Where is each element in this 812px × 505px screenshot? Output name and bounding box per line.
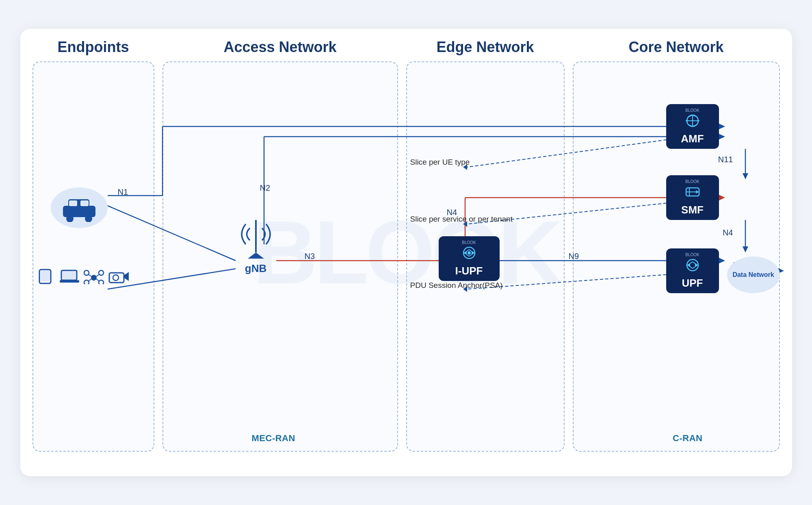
svg-line-46 (96, 279, 99, 281)
annotation-slice-ue: Slice per UE type (410, 157, 470, 168)
svg-rect-37 (60, 280, 79, 283)
svg-point-39 (84, 270, 89, 275)
panel-access (162, 61, 398, 452)
svg-line-44 (96, 274, 99, 276)
svg-point-42 (99, 280, 104, 284)
c-ran-label: C-RAN (673, 433, 702, 444)
svg-rect-47 (109, 273, 124, 283)
iupf-label: I-UPF (455, 265, 483, 277)
iupf-icon (460, 246, 478, 263)
svg-marker-48 (124, 272, 129, 281)
iupf-box: BLOOK I-UPF (439, 236, 500, 281)
n2-label: N2 (260, 183, 271, 193)
section-access-header: Access Network (162, 29, 398, 56)
svg-line-43 (89, 274, 91, 276)
data-network-label: Data Network (732, 271, 774, 279)
gnb-node: gNB (236, 216, 276, 275)
iot-devices (39, 269, 129, 284)
svg-rect-34 (41, 271, 50, 281)
iupf-brand: BLOOK (462, 240, 476, 245)
data-network: Data Network (727, 257, 780, 293)
annotation-slice-service: Slice per service or per tenant (410, 214, 513, 225)
amf-label: AMF (681, 133, 704, 145)
mec-ran-label: MEC-RAN (252, 433, 295, 444)
svg-rect-36 (62, 271, 76, 279)
upf-label: UPF (682, 277, 703, 290)
n11-label: N11 (718, 155, 733, 164)
svg-marker-51 (248, 252, 264, 259)
upf-box: BLOOK UPF (666, 248, 719, 293)
annotation-pdu: PDU Session Anchor(PSA) (410, 280, 503, 291)
svg-rect-32 (80, 200, 89, 206)
n1-label: N1 (118, 187, 128, 197)
svg-rect-31 (69, 200, 77, 206)
n3-label: N3 (305, 252, 315, 261)
svg-point-49 (113, 275, 119, 281)
amf-brand: BLOOK (685, 108, 699, 113)
n9-label: N9 (569, 252, 579, 261)
svg-point-38 (91, 275, 97, 281)
svg-point-41 (84, 280, 89, 284)
svg-point-40 (99, 270, 104, 275)
smf-brand: BLOOK (685, 179, 699, 184)
amf-box: BLOOK AMF (666, 104, 719, 149)
smf-label: SMF (681, 204, 704, 216)
section-endpoints-header: Endpoints (32, 29, 154, 56)
panel-endpoints (32, 61, 154, 452)
svg-line-45 (89, 279, 91, 281)
smf-box: BLOOK SMF (666, 175, 719, 220)
n4-smf-upf-label: N4 (723, 228, 733, 237)
section-edge-header: Edge Network (406, 29, 565, 56)
amf-icon (684, 113, 702, 131)
svg-point-69 (468, 251, 471, 255)
smf-icon (684, 185, 702, 202)
upf-brand: BLOOK (685, 252, 699, 257)
car-endpoint (51, 187, 108, 228)
upf-icon (684, 258, 702, 275)
section-core-header: Core Network (573, 29, 780, 56)
diagram-container: BLOOK Endpoints Access Network Edge Netw… (20, 29, 792, 476)
gnb-label: gNB (245, 262, 266, 275)
